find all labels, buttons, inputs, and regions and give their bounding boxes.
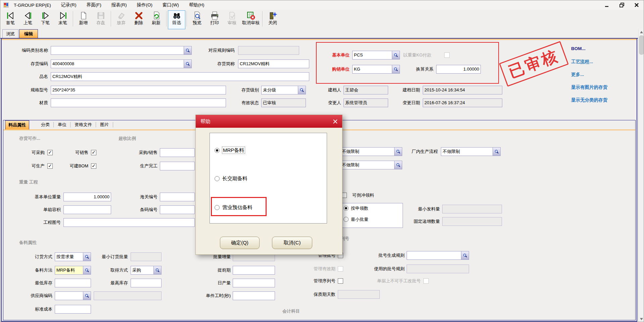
pay-by-kg-checkbox[interactable] [444,52,450,58]
subtab-classification[interactable]: 分类 [38,120,53,129]
first-record-button[interactable]: 首笔 [2,10,19,29]
menu-operation[interactable]: 操作(O) [137,2,153,8]
subtab-qualification[interactable]: 资格文件 [72,120,95,129]
menu-tgroup-erp[interactable]: T-GROUP ERP(E) [14,3,51,8]
long-cycle-radio[interactable] [215,176,220,181]
factory-flow-combo[interactable]: 不做限制 [441,147,501,156]
material-field[interactable] [51,98,226,107]
daily-output-field[interactable] [233,279,275,287]
cancel-audit-button[interactable]: 取消审核 [241,10,261,29]
last-record-button[interactable]: 末笔 [54,10,72,29]
base-weight-field[interactable]: 1.00000 [63,193,111,201]
acquire-mode-combo[interactable]: 采购 [131,266,162,275]
print-button[interactable]: 打印 [206,10,223,29]
refresh-button[interactable]: 刷新 [147,10,165,29]
manage-validity-checkbox[interactable] [338,266,343,272]
box-volume-field[interactable] [63,205,111,214]
coding-class-combo[interactable] [51,46,192,55]
option-long-cycle[interactable]: 长交期备料 [215,175,247,182]
item-name-field[interactable]: CR12MOV精料 [51,72,309,81]
subtab-images[interactable]: 图片 [97,120,112,129]
spec-field[interactable]: 250*240*35 [51,86,226,94]
limit-combo-1[interactable]: 不做限制 [340,147,402,156]
item-short-field[interactable]: CR12MOV精料 [238,59,309,68]
base-unit-combo[interactable]: PCS [352,51,400,59]
rule-code-field[interactable] [238,46,299,55]
no-manual-batch-checkbox[interactable] [423,278,429,284]
link-show-with-images[interactable]: 显示有图片的存货 [571,84,607,90]
next-record-button[interactable]: 下笔 [37,10,54,29]
max-stock-field[interactable] [131,279,162,287]
lookup-icon[interactable] [298,86,306,94]
minimize-button[interactable] [603,1,611,9]
min-stock-field[interactable] [55,279,91,287]
restore-button[interactable] [618,1,626,9]
order-mode-combo[interactable]: 按需求量 [55,252,91,261]
lookup-icon[interactable] [83,292,91,300]
scrollbar-thumb[interactable] [639,35,644,55]
min-batch-radio[interactable] [343,217,349,222]
tab-browse[interactable]: 浏览 [2,29,18,38]
mrp-radio[interactable] [215,148,220,153]
audit-button[interactable]: 审核 [223,10,241,29]
lookup-icon[interactable] [461,251,469,259]
subtab-unit[interactable]: 单位 [55,120,70,129]
close-form-button[interactable]: 关闭 [264,10,281,29]
link-process-flow[interactable]: 工艺流程... [571,59,593,65]
lead-time-field[interactable] [233,266,275,275]
scroll-down-icon[interactable] [639,316,644,322]
dialog-cancel-button[interactable]: 取消(C) [272,237,312,249]
filter-button[interactable]: 筛选 [168,10,185,29]
prev-record-button[interactable]: 上笔 [19,10,37,29]
lookup-icon[interactable] [394,148,402,156]
can-buy-checkbox[interactable] [47,150,53,155]
dialog-ok-button[interactable]: 确定(Q) [220,237,260,249]
lookup-icon[interactable] [184,46,191,54]
unit-time-field[interactable] [233,291,275,300]
lookup-icon[interactable] [83,253,91,261]
limit-combo-2[interactable]: 不做限制 [340,161,402,169]
can-bom-checkbox[interactable] [91,163,96,169]
trade-unit-combo[interactable]: KG [352,65,400,74]
preview-button[interactable]: 预览 [188,10,206,29]
lookup-icon[interactable] [394,161,402,169]
can-sell-checkbox[interactable] [91,150,96,155]
new-button[interactable]: 新增 [75,10,92,29]
vertical-scrollbar[interactable] [638,29,644,322]
buy-sell-ratio-field[interactable] [160,148,195,157]
close-button[interactable] [633,1,640,9]
tab-edit[interactable]: 编辑 [19,29,38,38]
conversion-field[interactable]: 1.00000 [436,65,481,74]
menu-report[interactable]: 报表(R) [111,2,127,8]
lookup-icon[interactable] [153,266,161,274]
link-show-unclassified[interactable]: 显示无分类的存货 [571,97,607,103]
prod-done-ratio-field[interactable] [160,162,195,170]
barcode-field[interactable] [160,205,195,214]
link-bom[interactable]: BOM... [571,46,586,51]
scroll-up-icon[interactable] [639,29,644,35]
inv-level-combo[interactable]: 未分级 [261,86,306,94]
customs-code-field[interactable] [160,193,195,201]
manage-serial-checkbox[interactable] [338,278,343,284]
option-mrp[interactable]: MRP备料 [215,147,245,154]
lookup-icon[interactable] [83,266,91,274]
drawing-no-field[interactable] [63,218,195,227]
menu-help[interactable]: 帮助(H) [189,2,204,8]
can-make-checkbox[interactable] [47,163,53,169]
menu-interface[interactable]: 界面(F) [87,2,101,8]
abandon-button[interactable]: 放弃 [112,10,130,29]
std-cost-field[interactable] [55,305,91,314]
menu-record[interactable]: 记录(R) [61,2,77,8]
batch-rule-combo[interactable] [407,251,469,260]
lookup-icon[interactable] [184,60,191,68]
supplier-code-combo[interactable] [55,291,91,300]
prep-method-combo[interactable]: MRP备料 [55,266,91,275]
dialog-close-icon[interactable] [332,118,338,124]
lookup-icon[interactable] [493,148,500,156]
link-more[interactable]: 更多... [571,72,584,78]
by-request-radio[interactable] [343,206,349,211]
menu-window[interactable]: 窗口(W) [163,2,179,8]
delete-button[interactable]: 删除 [130,10,147,29]
subtab-item-attributes[interactable]: 料品属性 [5,120,29,129]
lookup-icon[interactable] [392,51,400,59]
